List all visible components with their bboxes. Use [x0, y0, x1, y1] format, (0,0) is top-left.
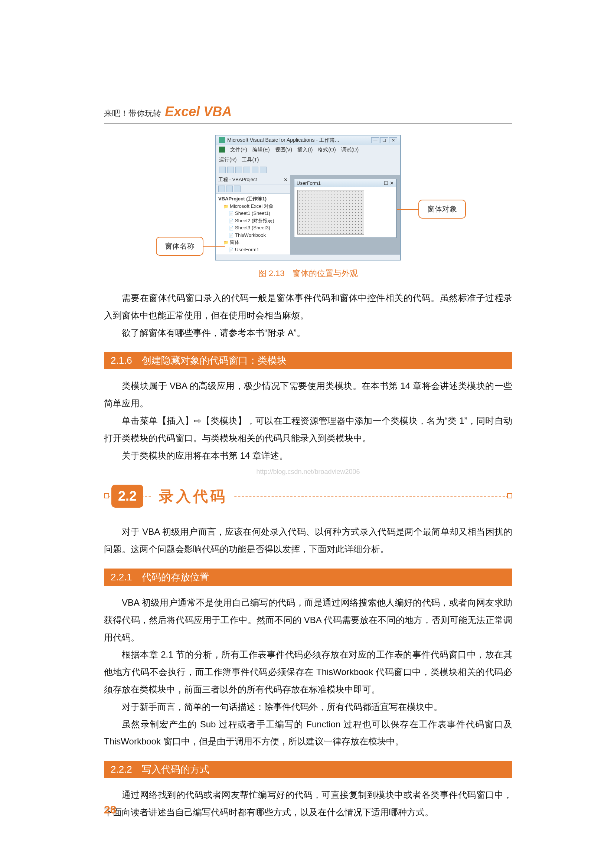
- vba-app-icon: [219, 137, 225, 143]
- menu-tools: 工具(T): [242, 157, 259, 163]
- toolbar-icon: [243, 167, 250, 173]
- tree-thisworkbook: ThisWorkbook: [218, 232, 288, 239]
- paragraph-block: 对于 VBA 初级用户而言，应该在何处录入代码、以何种方式录入代码是两个最简单却…: [104, 523, 512, 558]
- header-prefix: 来吧！带你玩转: [104, 109, 161, 118]
- project-tb-icon: [234, 186, 240, 192]
- section-number: 2.2.1: [111, 572, 132, 583]
- paragraph: 虽然录制宏产生的 Sub 过程或者手工编写的 Function 过程也可以保存在…: [104, 716, 512, 751]
- watermark-url: http://blog.csdn.net/broadview2006: [104, 468, 512, 476]
- toolbar-icon: [260, 167, 267, 173]
- toolbar-icon: [252, 167, 258, 173]
- menu-edit: 编辑(E): [253, 147, 270, 153]
- callout-form-object-text: 窗体对象: [427, 205, 457, 213]
- form-window-controls: ☐ ✕: [384, 180, 394, 186]
- ide-status-bar: [216, 254, 400, 260]
- menu-run: 运行(R): [219, 157, 236, 163]
- project-tb-icon: [226, 186, 233, 192]
- toolbar-icon: [236, 167, 242, 173]
- callout-form-name: 窗体名称: [156, 237, 203, 256]
- tree-excel-objects: Microsoft Excel 对象: [218, 203, 288, 210]
- paragraph: VBA 初级用户通常不是使用自己编写的代码，而是通过网络搜索他人编好的代码，或者…: [104, 594, 512, 646]
- project-tree: VBAProject (工作簿1) Microsoft Excel 对象 She…: [216, 194, 290, 254]
- chapter-endcap-icon: [507, 493, 512, 498]
- menu-format: 格式(O): [318, 147, 336, 153]
- ide-toolbar: [216, 165, 400, 175]
- section-heading-216: 2.1.6 创建隐藏对象的代码窗口：类模块: [104, 352, 512, 369]
- paragraph: 对于 VBA 初级用户而言，应该在何处录入代码、以何种方式录入代码是两个最简单却…: [104, 523, 512, 558]
- paragraph-block: 通过网络找到的代码或者网友帮忙编写好的代码，可直接复制到模块中或者各类事件代码窗…: [104, 786, 512, 821]
- menu-insert: 插入(I): [297, 147, 313, 153]
- figure-caption: 图 2.13 窗体的位置与外观: [104, 268, 512, 279]
- menu-debug: 调试(D): [341, 147, 358, 153]
- project-explorer: 工程 - VBAProject ✕ VBAProject (工作簿1) Micr…: [216, 175, 290, 254]
- menu-view: 视图(V): [275, 147, 293, 153]
- userform-canvas: [297, 190, 364, 234]
- tree-sheet: Sheet3 (Sheet3): [218, 224, 288, 232]
- tree-userform: UserForm1: [218, 246, 288, 253]
- project-tb-icon: [218, 186, 225, 192]
- paragraph: 根据本章 2.1 节的分析，所有工作表事件代码必须存放在对应的工作表的事件代码窗…: [104, 646, 512, 698]
- section-title: 写入代码的方式: [142, 763, 209, 776]
- paragraph: 单击菜单【插入】⇨【类模块】，可以在工程资源管理器中添加一个类模块，名为“类 1…: [104, 412, 512, 447]
- tree-root: VBAProject (工作簿1): [218, 195, 288, 203]
- chapter-endcap-icon: [104, 493, 109, 498]
- ide-title-text: Microsoft Visual Basic for Applications …: [227, 137, 339, 144]
- chapter-number-badge: 2.2: [112, 485, 143, 508]
- section-heading-221: 2.2.1 代码的存放位置: [104, 569, 512, 586]
- toolbar-icon: [227, 167, 234, 173]
- callout-pointer-icon: [397, 209, 419, 210]
- ide-menu-bar-2: 运行(R) 工具(T): [216, 155, 400, 165]
- callout-form-name-text: 窗体名称: [165, 242, 194, 250]
- toolbar-icon: [219, 167, 226, 173]
- close-icon: ✕: [389, 137, 397, 143]
- paragraph-block: 需要在窗体代码窗口录入的代码一般是窗体事件代码和窗体中控件相关的代码。虽然标准子…: [104, 290, 512, 341]
- paragraph: 需要在窗体代码窗口录入的代码一般是窗体事件代码和窗体中控件相关的代码。虽然标准子…: [104, 290, 512, 324]
- minimize-icon: —: [371, 137, 379, 143]
- maximize-icon: ☐: [380, 137, 388, 143]
- header-rule: [104, 123, 512, 124]
- userform-window-title: UserForm1: [297, 180, 321, 186]
- paragraph: 通过网络找到的代码或者网友帮忙编写好的代码，可直接复制到模块中或者各类事件代码窗…: [104, 786, 512, 821]
- page-number: 28: [104, 803, 116, 816]
- menu-file: 文件(F): [230, 147, 247, 153]
- ide-menu-bar: 文件(F) 编辑(E) 视图(V) 插入(I) 格式(O) 调试(D): [216, 145, 400, 155]
- ide-title-bar: Microsoft Visual Basic for Applications …: [216, 135, 400, 145]
- excel-app-icon: [219, 147, 225, 152]
- tree-sheet: Sheet2 (财务报表): [218, 217, 288, 225]
- paragraph-block: 类模块属于 VBA 的高级应用，极少情况下需要使用类模块。在本书第 14 章将会…: [104, 377, 512, 464]
- tree-forms-folder: 窗体: [218, 239, 288, 246]
- section-number: 2.2.2: [111, 764, 132, 775]
- project-pane-title: 工程 - VBAProject: [218, 176, 257, 183]
- paragraph: 对于新手而言，简单的一句话描述：除事件代码外，所有代码都适宜写在模块中。: [104, 698, 512, 716]
- callout-form-object: 窗体对象: [419, 200, 466, 219]
- section-title: 创建隐藏对象的代码窗口：类模块: [142, 354, 287, 367]
- form-designer-area: UserForm1 ☐ ✕: [290, 175, 400, 254]
- ide-screenshot: Microsoft Visual Basic for Applications …: [208, 135, 408, 260]
- section-title: 代码的存放位置: [142, 571, 209, 584]
- book-series-header: 来吧！带你玩转 Excel VBA: [104, 104, 512, 119]
- callout-pointer-icon: [203, 246, 225, 247]
- paragraph: 类模块属于 VBA 的高级应用，极少情况下需要使用类模块。在本书第 14 章将会…: [104, 377, 512, 412]
- pane-close-icon: ✕: [284, 177, 288, 183]
- section-heading-222: 2.2.2 写入代码的方式: [104, 761, 512, 778]
- header-brand: Excel VBA: [165, 104, 232, 119]
- section-number: 2.1.6: [111, 355, 132, 366]
- paragraph: 关于类模块的应用将在本书第 14 章详述。: [104, 447, 512, 465]
- paragraph-block: VBA 初级用户通常不是使用自己编写的代码，而是通过网络搜索他人编好的代码，或者…: [104, 594, 512, 750]
- chapter-heading-22: 2.2 录入代码: [104, 485, 512, 508]
- chapter-title-text: 录入代码: [152, 486, 234, 507]
- tree-sheet: Sheet1 (Sheet1): [218, 210, 288, 217]
- paragraph: 欲了解窗体有哪些事件，请参考本书“附录 A”。: [104, 324, 512, 342]
